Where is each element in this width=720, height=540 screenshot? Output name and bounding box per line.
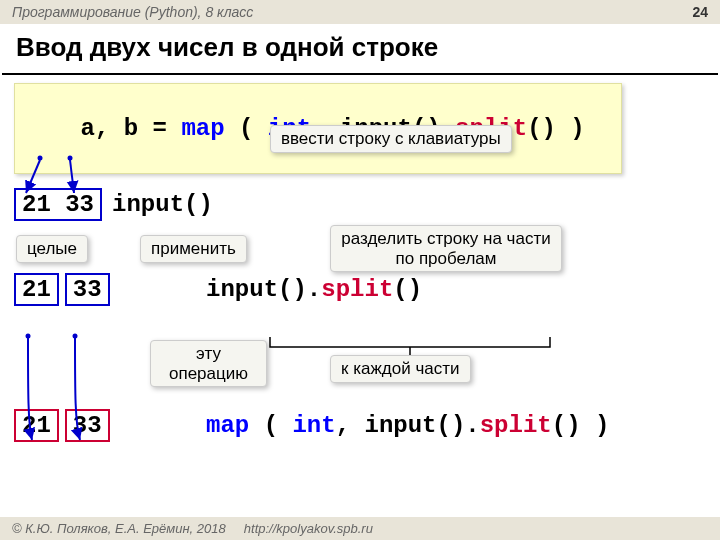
- callout-ints: целые: [16, 235, 88, 263]
- svg-point-5: [73, 334, 78, 339]
- svg-point-4: [26, 334, 31, 339]
- int-box-1: 21: [14, 409, 59, 442]
- step3-row: 21 33 map ( int, input().split() ): [14, 385, 706, 466]
- slide-title: Ввод двух чисел в одной строке: [2, 24, 718, 75]
- split-box-2: 33: [65, 273, 110, 306]
- step3-code: map ( int, input().split() ): [120, 385, 610, 466]
- footer-url: http://kpolyakov.spb.ru: [244, 521, 373, 536]
- slide-footer: © К.Ю. Поляков, Е.А. Ерёмин, 2018 http:/…: [0, 517, 720, 540]
- content-area: a, b = map ( int, input().split() ) 21 3…: [0, 75, 720, 540]
- slide-header: Программирование (Python), 8 класс 24: [0, 0, 720, 24]
- input-box-combined: 21 33: [14, 188, 102, 221]
- split-box-1: 21: [14, 273, 59, 306]
- course-name: Программирование (Python), 8 класс: [12, 4, 253, 20]
- page-number: 24: [692, 4, 708, 20]
- callout-apply: применить: [140, 235, 247, 263]
- step1-code: input(): [112, 191, 213, 218]
- step1-row: 21 33 input(): [14, 188, 706, 221]
- copyright: © К.Ю. Поляков, Е.А. Ерёмин, 2018: [12, 521, 226, 536]
- callout-split: разделить строку на части по пробелам: [330, 225, 562, 272]
- callout-each: к каждой части: [330, 355, 471, 383]
- int-box-2: 33: [65, 409, 110, 442]
- callout-operation: эту операцию: [150, 340, 267, 387]
- callout-input: ввести строку с клавиатуры: [270, 125, 512, 153]
